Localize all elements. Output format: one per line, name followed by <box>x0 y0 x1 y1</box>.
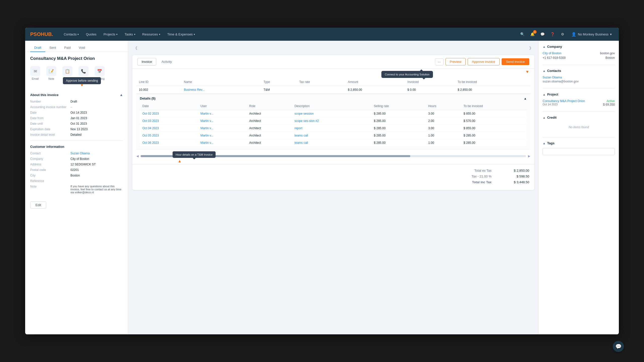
nav-quotes[interactable]: Quotes <box>83 31 99 38</box>
project-status-amount: Active $ 69,350 <box>603 99 615 106</box>
more-options-button[interactable]: ··· <box>435 58 444 65</box>
detail-user-4: Martin v... <box>198 139 247 147</box>
detail-row-2[interactable]: Oct 04 2023 Martin v... Architect report… <box>140 125 527 132</box>
detail-rate-2: $ 285.00 <box>371 125 426 132</box>
tab-activity[interactable]: Activity <box>157 58 176 65</box>
total-inc-tax-label: Total inc Tax <box>472 180 492 184</box>
preview-button[interactable]: Preview <box>446 58 466 65</box>
customer-section-fields: Contact Suzan Obama Company City of Bost… <box>30 152 123 194</box>
hour-details-tooltip-container: Hour details on a T&M Invoice <box>173 151 216 159</box>
detail-row-0[interactable]: Oct 02 2023 Martin v... Architect scope … <box>140 110 527 117</box>
note-label: Note <box>48 77 54 80</box>
cell-name: Business Rev... <box>181 86 261 94</box>
left-panel: Draft Sent Paid Void Consultancy M&A Pro… <box>25 41 128 334</box>
app-logo[interactable]: PSOHUB. <box>30 31 53 37</box>
action-note[interactable]: 📝 Note <box>46 66 56 80</box>
tags-section-header[interactable]: ▲ Tags <box>543 141 615 145</box>
detail-row-3[interactable]: Oct 05 2023 Martin v... Architect teams … <box>140 132 527 139</box>
edit-button[interactable]: Edit <box>30 201 46 209</box>
detail-date-4: Oct 06 2023 <box>140 139 198 147</box>
detail-desc-1: scope ses-sion #2 <box>292 117 371 125</box>
chat-button[interactable]: 💬 <box>613 341 624 352</box>
details-header[interactable]: Details (5) ▲ <box>140 97 527 100</box>
cell-line-id: 10.002 <box>136 86 181 94</box>
table-row[interactable]: 10.002 Business Rev... T&M $ 2,850.00 $ … <box>136 86 530 94</box>
project-amount: $ 69,350 <box>603 103 615 106</box>
detail-row-4[interactable]: Oct 06 2023 Martin v... Architect teams … <box>140 139 527 147</box>
tab-invoice[interactable]: Invoice <box>137 58 156 65</box>
nav-time-expenses[interactable]: Time & Expenses ▾ <box>164 31 198 38</box>
messages-icon-btn[interactable]: 💬 <box>539 31 546 38</box>
detail-col-to-be-invoiced: To be invoiced <box>461 102 527 110</box>
project-name-link[interactable]: Consultancy M&A Project Orion <box>543 99 585 103</box>
cell-tax-rate <box>297 86 345 94</box>
details-sub-table: Date User Role Description Selling rate … <box>140 102 527 147</box>
field-contact: Contact Suzan Obama <box>30 152 123 155</box>
project-section: ▲ Project Consultancy M&A Project Orion … <box>543 93 615 106</box>
user-chevron: ▾ <box>610 32 612 36</box>
nav-contacts[interactable]: Contacts ▾ <box>61 31 82 38</box>
detail-col-hours: Hours <box>426 102 461 110</box>
credit-section-header[interactable]: ▲ Credit <box>543 116 615 119</box>
user-avatar-icon: 👤 <box>571 32 576 37</box>
company-name-link[interactable]: City of Boston <box>543 52 561 55</box>
field-address: Address 12 SEDGWICK ST <box>30 163 123 166</box>
detail-date-0: Oct 02 2023 <box>140 110 198 117</box>
collapse-right-btn[interactable]: 》 <box>528 45 534 52</box>
contacts-section: ▲ Contacts Suzan Obama suzan.obama@bosto… <box>543 69 615 83</box>
cell-to-be-invoiced: $ 2,850.00 <box>455 86 530 94</box>
help-icon-btn[interactable]: ❓ <box>549 31 556 38</box>
customer-section-header[interactable]: Customer information <box>30 145 123 149</box>
tags-input[interactable] <box>543 148 615 155</box>
contact-email: suzan.obama@boston.gov <box>543 80 615 83</box>
tab-paid[interactable]: Paid <box>60 44 75 52</box>
approve-invoice-button[interactable]: Approve invoice <box>468 58 500 65</box>
invoice-main-table-wrapper: Line ID Name Type Tax rate Amount Invoic… <box>132 74 534 153</box>
note-icon: 📝 <box>46 66 56 76</box>
nav-tasks[interactable]: Tasks ▾ <box>122 31 138 38</box>
detail-row-1[interactable]: Oct 03 2023 Martin v... Architect scope … <box>140 117 527 125</box>
chat-icon: 💬 <box>615 343 622 349</box>
scroll-left-arrow[interactable]: ◀ <box>136 154 139 158</box>
settings-icon-btn[interactable]: ⚙ <box>559 31 566 38</box>
notification-badge: 1 <box>533 30 537 34</box>
detail-rate-1: $ 285.00 <box>371 117 426 125</box>
col-amount: Amount <box>345 78 405 86</box>
hour-details-tooltip: Hour details on a T&M Invoice <box>173 151 216 158</box>
tab-sent[interactable]: Sent <box>45 44 60 52</box>
scroll-right-arrow[interactable]: ▶ <box>528 154 530 158</box>
contacts-section-header[interactable]: ▲ Contacts <box>543 69 615 73</box>
detail-user-0: Martin v... <box>198 110 247 117</box>
tab-void[interactable]: Void <box>75 44 89 52</box>
contacts-section-title: Contacts <box>547 69 561 73</box>
search-icon-btn[interactable]: 🔍 <box>519 31 526 38</box>
about-section-header[interactable]: About this invoice ▲ <box>30 93 123 97</box>
company-section-header[interactable]: ▲ Company <box>543 45 615 49</box>
company-phone: +1 617-918-5300 <box>543 56 566 60</box>
notifications-icon-btn[interactable]: 🔔 1 <box>529 31 536 38</box>
nav-projects[interactable]: Projects ▾ <box>100 31 120 38</box>
user-name: No Monkey Business <box>578 32 609 36</box>
tab-draft[interactable]: Draft <box>30 44 45 52</box>
total-ex-tax-value: $ 2,850.00 <box>507 169 529 172</box>
collapse-left-btn[interactable]: 《 <box>132 45 138 52</box>
user-menu[interactable]: 👤 No Monkey Business ▾ <box>569 31 614 38</box>
invoice-card-header: Invoice Activity Connect to your Account… <box>132 55 534 69</box>
field-reference: Reference <box>30 179 123 183</box>
col-to-be-invoiced: To be invoiced <box>455 78 530 86</box>
total-inc-tax-value: $ 3,448.50 <box>507 180 529 184</box>
company-location: Boston <box>606 56 615 60</box>
send-invoice-button[interactable]: Send invoice <box>502 58 529 65</box>
company-chevron-icon: ▲ <box>543 45 546 49</box>
nav-resources[interactable]: Resources ▾ <box>139 31 163 38</box>
company-name-row: City of Boston boston.gov <box>543 52 615 55</box>
project-section-header[interactable]: ▲ Project <box>543 93 615 96</box>
action-email[interactable]: ✉ Email <box>30 66 40 80</box>
contact-name-link[interactable]: Suzan Obama <box>543 76 615 79</box>
top-navigation: PSOHUB. Contacts ▾ Quotes Projects ▾ Tas… <box>25 28 619 41</box>
contacts-chevron-icon: ▲ <box>543 69 546 73</box>
tags-section-title: Tags <box>547 141 554 145</box>
detail-tbi-3: $ 285.00 <box>461 132 527 139</box>
tax-value: $ 598.50 <box>507 174 529 178</box>
cell-amount: $ 2,850.00 <box>345 86 405 94</box>
